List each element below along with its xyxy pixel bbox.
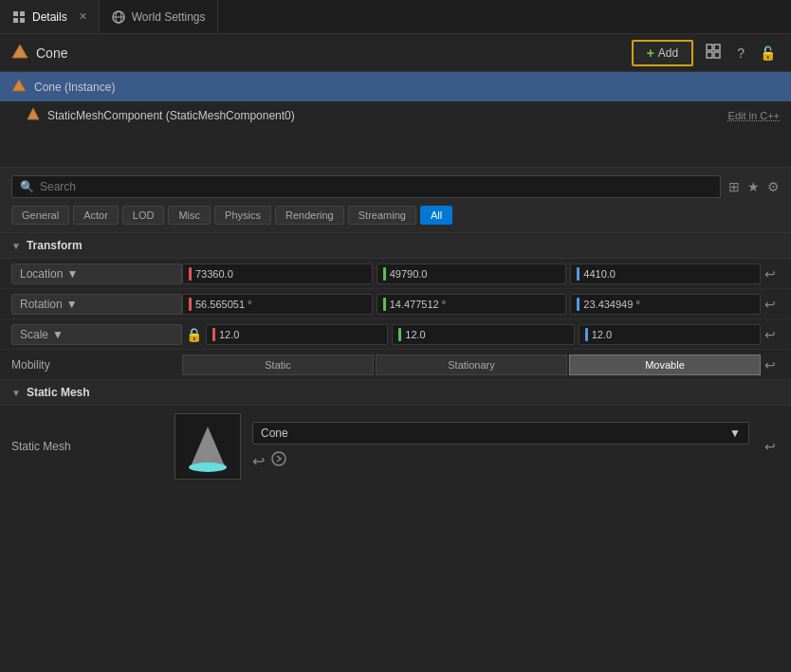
mobility-reset-button[interactable]: ↩ bbox=[761, 357, 780, 372]
svg-rect-8 bbox=[707, 45, 712, 50]
rotation-x-value: 56.565051 ° bbox=[195, 299, 251, 310]
tree-item-static-mesh-component[interactable]: StaticMeshComponent (StaticMeshComponent… bbox=[0, 101, 791, 129]
tab-world-settings[interactable]: World Settings bbox=[100, 0, 218, 33]
location-z-field[interactable]: 4410.0 bbox=[570, 263, 761, 284]
location-y-field[interactable]: 49790.0 bbox=[377, 263, 567, 284]
rotation-y-indicator bbox=[383, 298, 386, 311]
svg-rect-0 bbox=[13, 11, 18, 16]
mobility-buttons: Static Stationary Movable bbox=[182, 354, 761, 375]
y-axis-indicator bbox=[383, 267, 386, 281]
scale-dropdown[interactable]: Scale ▼ bbox=[11, 324, 182, 345]
rotation-dropdown[interactable]: Rotation ▼ bbox=[11, 294, 182, 315]
transform-section-header[interactable]: ▼ Transform bbox=[0, 233, 791, 259]
svg-point-14 bbox=[272, 452, 285, 465]
cone-instance-icon bbox=[11, 78, 27, 96]
search-input[interactable] bbox=[40, 180, 712, 193]
scale-reset-button[interactable]: ↩ bbox=[761, 327, 780, 342]
location-row: Location ▼ 73360.0 49790.0 4410.0 ↩ bbox=[0, 259, 791, 289]
scale-values: 12.0 12.0 12.0 bbox=[206, 324, 761, 345]
help-button[interactable]: ? bbox=[733, 44, 748, 63]
mesh-name-text: Cone bbox=[261, 427, 288, 440]
static-mesh-label: Static Mesh bbox=[11, 440, 163, 453]
cone-icon bbox=[11, 43, 28, 63]
tree-item-cone-instance[interactable]: Cone (Instance) bbox=[0, 72, 791, 101]
rotation-y-field[interactable]: 14.477512 ° bbox=[377, 294, 567, 315]
rotation-z-value: 23.434949 ° bbox=[583, 299, 639, 310]
rotation-row: Rotation ▼ 56.565051 ° 14.477512 ° 23.43… bbox=[0, 289, 791, 319]
svg-rect-3 bbox=[20, 18, 25, 23]
rotation-x-field[interactable]: 56.565051 ° bbox=[182, 294, 373, 315]
mobility-stationary-button[interactable]: Stationary bbox=[376, 354, 567, 375]
filter-tab-physics[interactable]: Physics bbox=[214, 206, 271, 225]
mobility-movable-button[interactable]: Movable bbox=[569, 354, 761, 375]
search-section: 🔍 ⊞ ★ ⚙ General Actor LOD Misc Physics R… bbox=[0, 168, 791, 233]
search-input-wrap: 🔍 bbox=[11, 175, 721, 198]
panel-title-text: Cone bbox=[36, 45, 67, 61]
component-tree: Cone (Instance) StaticMeshComponent (Sta… bbox=[0, 72, 791, 168]
scale-z-value: 12.0 bbox=[592, 329, 612, 340]
scale-x-indicator bbox=[212, 328, 215, 341]
svg-rect-9 bbox=[714, 45, 720, 50]
filter-tab-misc[interactable]: Misc bbox=[168, 206, 211, 225]
search-icons: ⊞ ★ ⚙ bbox=[728, 179, 780, 194]
filter-tab-streaming[interactable]: Streaming bbox=[348, 206, 416, 225]
settings-icon[interactable]: ⚙ bbox=[767, 179, 780, 194]
header-actions: + Add ? 🔓 bbox=[632, 40, 780, 66]
plus-icon: + bbox=[647, 45, 654, 61]
static-mesh-content: Static Mesh Cone ▼ ↩ bbox=[0, 406, 791, 487]
grid-view-icon[interactable]: ⊞ bbox=[728, 179, 740, 194]
filter-tab-all[interactable]: All bbox=[420, 206, 452, 225]
filter-tabs: General Actor LOD Misc Physics Rendering… bbox=[11, 206, 780, 225]
mesh-back-button[interactable]: ↩ bbox=[252, 450, 265, 471]
scale-lock-icon[interactable]: 🔒 bbox=[186, 327, 202, 342]
filter-tab-general[interactable]: General bbox=[11, 206, 69, 225]
rotation-z-field[interactable]: 23.434949 ° bbox=[570, 294, 761, 315]
tab-details[interactable]: Details ✕ bbox=[0, 0, 100, 33]
location-x-value: 73360.0 bbox=[195, 268, 233, 280]
mesh-preview bbox=[175, 413, 241, 480]
lock-button[interactable]: 🔓 bbox=[756, 44, 780, 63]
filter-tab-lod[interactable]: LOD bbox=[122, 206, 165, 225]
static-mesh-section-header[interactable]: ▼ Static Mesh bbox=[0, 380, 791, 406]
x-axis-indicator bbox=[189, 267, 192, 281]
add-button[interactable]: + Add bbox=[632, 40, 694, 66]
svg-rect-11 bbox=[714, 52, 720, 58]
location-dropdown[interactable]: Location ▼ bbox=[11, 263, 182, 284]
add-label: Add bbox=[658, 46, 678, 60]
location-reset-button[interactable]: ↩ bbox=[761, 266, 780, 282]
location-x-field[interactable]: 73360.0 bbox=[182, 263, 373, 284]
scale-y-value: 12.0 bbox=[405, 329, 425, 340]
scale-y-field[interactable]: 12.0 bbox=[392, 324, 574, 345]
tab-details-label: Details bbox=[32, 10, 67, 24]
scale-z-field[interactable]: 12.0 bbox=[579, 324, 761, 345]
tree-empty-space bbox=[0, 129, 791, 167]
favorites-icon[interactable]: ★ bbox=[747, 179, 760, 194]
scale-label-wrap: Scale ▼ bbox=[11, 324, 182, 345]
blueprint-button[interactable] bbox=[701, 41, 726, 64]
mesh-name-dropdown[interactable]: Cone ▼ bbox=[252, 422, 749, 445]
mesh-dropdown-chevron: ▼ bbox=[729, 427, 741, 440]
scale-y-indicator bbox=[398, 328, 401, 341]
mesh-navigate-button[interactable] bbox=[270, 450, 287, 471]
rotation-chevron: ▼ bbox=[66, 298, 78, 311]
location-label-wrap: Location ▼ bbox=[11, 263, 182, 284]
rotation-reset-button[interactable]: ↩ bbox=[761, 297, 780, 312]
scale-x-value: 12.0 bbox=[219, 329, 239, 340]
tab-world-settings-label: World Settings bbox=[132, 10, 206, 24]
svg-rect-10 bbox=[707, 52, 712, 58]
search-row: 🔍 ⊞ ★ ⚙ bbox=[11, 175, 780, 198]
filter-tab-rendering[interactable]: Rendering bbox=[275, 206, 344, 225]
scale-row: Scale ▼ 🔒 12.0 12.0 12.0 ↩ bbox=[0, 319, 791, 350]
world-icon bbox=[111, 9, 126, 25]
search-icon: 🔍 bbox=[20, 180, 34, 193]
static-mesh-icon bbox=[27, 107, 40, 123]
transform-section-title: Transform bbox=[27, 239, 83, 252]
edit-cpp-button[interactable]: Edit in C++ bbox=[728, 110, 780, 121]
mobility-static-button[interactable]: Static bbox=[182, 354, 374, 375]
scale-x-field[interactable]: 12.0 bbox=[206, 324, 388, 345]
static-mesh-chevron: ▼ bbox=[11, 388, 21, 398]
static-mesh-reset-button[interactable]: ↩ bbox=[761, 439, 780, 454]
tab-details-close[interactable]: ✕ bbox=[79, 10, 87, 23]
filter-tab-actor[interactable]: Actor bbox=[73, 206, 119, 225]
svg-rect-2 bbox=[13, 18, 18, 23]
